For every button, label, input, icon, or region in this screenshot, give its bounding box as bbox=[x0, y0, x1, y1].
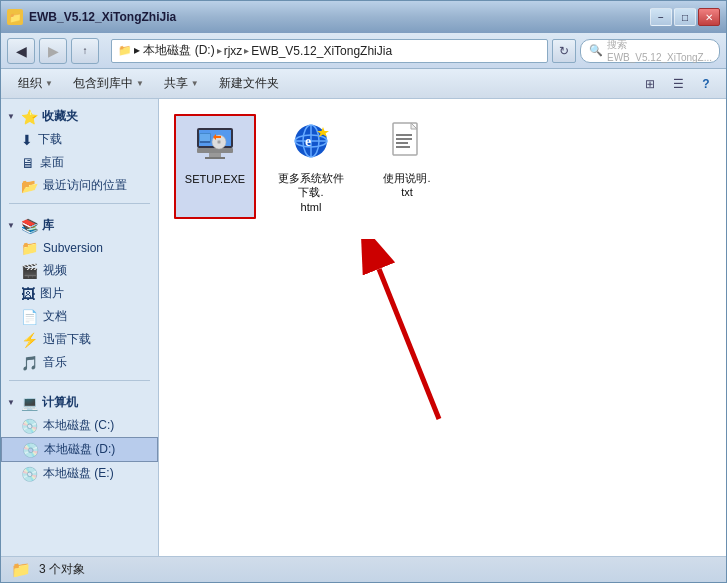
divider-2 bbox=[9, 380, 150, 381]
include-dropdown-arrow: ▼ bbox=[136, 79, 144, 88]
thunder-icon: ⚡ bbox=[21, 332, 38, 348]
favorites-star-icon: ⭐ bbox=[21, 109, 38, 125]
favorites-section: ▼ ⭐ 收藏夹 ⬇ 下载 🖥 桌面 📂 最近访问的位置 bbox=[1, 99, 158, 199]
subversion-icon: 📁 bbox=[21, 240, 38, 256]
svg-rect-2 bbox=[205, 157, 225, 159]
sidebar-item-recent[interactable]: 📂 最近访问的位置 bbox=[1, 174, 158, 197]
status-folder-icon: 📁 bbox=[11, 560, 31, 579]
library-header[interactable]: ▼ 📚 库 bbox=[1, 214, 158, 237]
up-button[interactable]: ↑ bbox=[71, 38, 99, 64]
music-icon: 🎵 bbox=[21, 355, 38, 371]
file-scroll[interactable]: SETUP.EXE e bbox=[159, 99, 726, 556]
desktop-icon: 🖥 bbox=[21, 155, 35, 171]
file-item-setup[interactable]: SETUP.EXE bbox=[175, 115, 255, 218]
window-controls: − □ ✕ bbox=[650, 8, 720, 26]
favorites-label: 收藏夹 bbox=[42, 108, 78, 125]
library-section: ▼ 📚 库 📁 Subversion 🎬 视频 🖼 图片 bbox=[1, 208, 158, 376]
address-bar: ◀ ▶ ↑ 📁 ▸ 本地磁盘 (D:) ▸ rjxz ▸ EWB_V5.12_X… bbox=[1, 33, 726, 69]
view-grid-button[interactable]: ⊞ bbox=[638, 73, 662, 95]
back-button[interactable]: ◀ bbox=[7, 38, 35, 64]
file-area: SETUP.EXE e bbox=[159, 99, 726, 556]
svg-rect-9 bbox=[200, 134, 210, 141]
setup-exe-label: SETUP.EXE bbox=[185, 172, 245, 186]
download-icon: ⬇ bbox=[21, 132, 33, 148]
sidebar-item-disk-e[interactable]: 💿 本地磁盘 (E:) bbox=[1, 462, 158, 485]
sidebar-scroll[interactable]: ▼ ⭐ 收藏夹 ⬇ 下载 🖥 桌面 📂 最近访问的位置 bbox=[1, 99, 158, 556]
main-window: 📁 EWB_V5.12_XiTongZhiJia − □ ✕ ◀ ▶ ↑ 📁 ▸… bbox=[0, 0, 727, 583]
file-item-txt[interactable]: 使用说明.txt bbox=[367, 115, 447, 218]
svg-rect-0 bbox=[197, 148, 233, 153]
status-count: 3 个对象 bbox=[39, 561, 85, 578]
main-area: ▼ ⭐ 收藏夹 ⬇ 下载 🖥 桌面 📂 最近访问的位置 bbox=[1, 99, 726, 556]
computer-section: ▼ 💻 计算机 💿 本地磁盘 (C:) 💿 本地磁盘 (D:) 💿 bbox=[1, 385, 158, 487]
search-box[interactable]: 🔍 搜索 EWB_V5.12_XiTongZ... bbox=[580, 39, 720, 63]
txt-file-label: 使用说明.txt bbox=[383, 171, 430, 200]
sidebar-item-thunder[interactable]: ⚡ 迅雷下载 bbox=[1, 328, 158, 351]
sidebar-item-video[interactable]: 🎬 视频 bbox=[1, 259, 158, 282]
disk-c-icon: 💿 bbox=[21, 418, 38, 434]
library-icon: 📚 bbox=[21, 218, 38, 234]
window-title: EWB_V5.12_XiTongZhiJia bbox=[29, 10, 650, 24]
html-file-icon: e bbox=[287, 119, 335, 167]
favorites-arrow: ▼ bbox=[7, 112, 15, 121]
organize-dropdown-arrow: ▼ bbox=[45, 79, 53, 88]
path-folder-icon: 📁 bbox=[118, 44, 132, 57]
path-root: ▸ 本地磁盘 (D:) ▸ rjxz ▸ EWB_V5.12_XiTongZhi… bbox=[134, 42, 392, 59]
library-arrow: ▼ bbox=[7, 221, 15, 230]
share-dropdown-arrow: ▼ bbox=[191, 79, 199, 88]
svg-rect-1 bbox=[209, 153, 221, 157]
view-details-button[interactable]: ☰ bbox=[666, 73, 690, 95]
help-button[interactable]: ? bbox=[694, 73, 718, 95]
divider-1 bbox=[9, 203, 150, 204]
toolbar-right: ⊞ ☰ ? bbox=[638, 73, 718, 95]
svg-point-7 bbox=[218, 141, 220, 143]
sidebar-item-disk-d[interactable]: 💿 本地磁盘 (D:) bbox=[1, 437, 158, 462]
close-button[interactable]: ✕ bbox=[698, 8, 720, 26]
forward-button[interactable]: ▶ bbox=[39, 38, 67, 64]
library-label: 库 bbox=[42, 217, 54, 234]
computer-icon: 💻 bbox=[21, 395, 38, 411]
sidebar: ▼ ⭐ 收藏夹 ⬇ 下载 🖥 桌面 📂 最近访问的位置 bbox=[1, 99, 159, 556]
computer-arrow: ▼ bbox=[7, 398, 15, 407]
sidebar-item-desktop[interactable]: 🖥 桌面 bbox=[1, 151, 158, 174]
address-path-field[interactable]: 📁 ▸ 本地磁盘 (D:) ▸ rjxz ▸ EWB_V5.12_XiTongZ… bbox=[111, 39, 548, 63]
computer-label: 计算机 bbox=[42, 394, 78, 411]
share-button[interactable]: 共享 ▼ bbox=[155, 72, 208, 96]
window-icon: 📁 bbox=[7, 9, 23, 25]
favorites-header[interactable]: ▼ ⭐ 收藏夹 bbox=[1, 105, 158, 128]
refresh-button[interactable]: ↻ bbox=[552, 39, 576, 63]
toolbar: 组织 ▼ 包含到库中 ▼ 共享 ▼ 新建文件夹 ⊞ ☰ ? bbox=[1, 69, 726, 99]
txt-file-icon bbox=[383, 119, 431, 167]
status-bar: 📁 3 个对象 bbox=[1, 556, 726, 582]
recent-icon: 📂 bbox=[21, 178, 38, 194]
search-placeholder: 搜索 EWB_V5.12_XiTongZ... bbox=[607, 38, 712, 63]
sidebar-item-download[interactable]: ⬇ 下载 bbox=[1, 128, 158, 151]
disk-e-icon: 💿 bbox=[21, 466, 38, 482]
file-item-html[interactable]: e 更多系统软件下载.html bbox=[271, 115, 351, 218]
minimize-button[interactable]: − bbox=[650, 8, 672, 26]
sidebar-item-subversion[interactable]: 📁 Subversion bbox=[1, 237, 158, 259]
organize-button[interactable]: 组织 ▼ bbox=[9, 72, 62, 96]
new-folder-button[interactable]: 新建文件夹 bbox=[210, 72, 288, 96]
sidebar-item-document[interactable]: 📄 文档 bbox=[1, 305, 158, 328]
sidebar-item-picture[interactable]: 🖼 图片 bbox=[1, 282, 158, 305]
document-icon: 📄 bbox=[21, 309, 38, 325]
sidebar-item-disk-c[interactable]: 💿 本地磁盘 (C:) bbox=[1, 414, 158, 437]
setup-exe-icon bbox=[191, 120, 239, 168]
video-icon: 🎬 bbox=[21, 263, 38, 279]
maximize-button[interactable]: □ bbox=[674, 8, 696, 26]
title-bar: 📁 EWB_V5.12_XiTongZhiJia − □ ✕ bbox=[1, 1, 726, 33]
computer-header[interactable]: ▼ 💻 计算机 bbox=[1, 391, 158, 414]
disk-d-icon: 💿 bbox=[22, 442, 39, 458]
svg-text:e: e bbox=[305, 134, 311, 149]
search-icon: 🔍 bbox=[589, 44, 603, 57]
svg-rect-10 bbox=[200, 141, 210, 143]
html-file-label: 更多系统软件下载.html bbox=[275, 171, 347, 214]
include-library-button[interactable]: 包含到库中 ▼ bbox=[64, 72, 153, 96]
picture-icon: 🖼 bbox=[21, 286, 35, 302]
sidebar-item-music[interactable]: 🎵 音乐 bbox=[1, 351, 158, 374]
